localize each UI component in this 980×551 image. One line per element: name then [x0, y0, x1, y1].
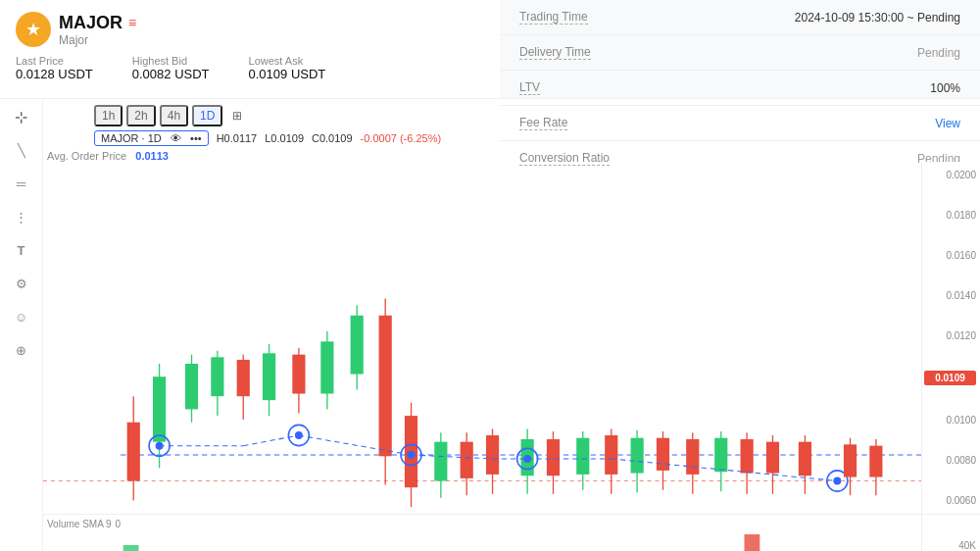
more-icon[interactable]: •••	[190, 132, 202, 144]
toolbar: ⊹ ╲ ═ ⋮ T ⚙ ☺ ⊕	[0, 99, 43, 551]
svg-rect-70	[844, 444, 857, 476]
svg-rect-3	[127, 423, 140, 481]
legend-c: C0.0109	[312, 132, 353, 144]
zoom-in-icon[interactable]: ⊕	[12, 340, 31, 360]
svg-rect-95	[744, 534, 760, 551]
volume-label: Volume SMA 9	[47, 519, 112, 529]
y-axis-value-7: 0.0080	[924, 455, 976, 466]
last-price-label: Last Price	[16, 55, 93, 67]
chart-section: ⊹ ╲ ═ ⋮ T ⚙ ☺ ⊕ 1h 2h 4h 1D ⊞ MAJOR · 1D	[0, 98, 980, 551]
y-axis-value-3: 0.0160	[924, 250, 976, 261]
avg-label: Avg. Order Price	[47, 150, 126, 162]
token-name: MAJOR	[59, 13, 122, 33]
trend-line-icon[interactable]: ╲	[12, 140, 31, 160]
header-wrapper: ★ MAJOR ≡ Major Last Price 0.0128 USDT H…	[0, 0, 980, 98]
last-price-value: 0.0128 USDT	[16, 67, 93, 81]
svg-rect-34	[434, 442, 447, 481]
svg-rect-73	[123, 545, 139, 551]
price-tag-container: 0.0109	[924, 371, 976, 385]
avg-value: 0.0113	[135, 150, 169, 162]
svg-rect-72	[869, 446, 882, 477]
svg-line-32	[299, 435, 412, 455]
legend-change: -0.0007 (-6.25%)	[361, 132, 442, 144]
highest-bid-value: 0.0082 USDT	[132, 67, 210, 81]
svg-rect-57	[686, 439, 699, 475]
price-row: Last Price 0.0128 USDT Highest Bid 0.008…	[16, 55, 484, 81]
crosshair-icon[interactable]: ⊹	[12, 107, 31, 126]
svg-rect-53	[631, 438, 644, 474]
highest-bid-label: Highest Bid	[132, 55, 210, 67]
svg-rect-27	[379, 316, 392, 457]
legend-l: L0.0109	[265, 132, 304, 144]
more-tools-icon[interactable]: ⋮	[12, 207, 31, 226]
trading-time-label: Trading Time	[519, 10, 588, 25]
chart-legend: MAJOR · 1D 👁 ••• H0.0117 L0.0109 C0.0109…	[43, 126, 980, 150]
vol-y-2: 40K	[926, 540, 976, 551]
volume-svg	[43, 515, 921, 551]
trading-time-row: Trading Time 2024-10-09 15:30:00 ~ Pendi…	[500, 0, 980, 35]
svg-rect-59	[714, 438, 727, 473]
grid-view-icon[interactable]: ⊞	[226, 107, 248, 125]
svg-rect-48	[576, 438, 589, 475]
eye-icon[interactable]: 👁	[171, 132, 181, 144]
svg-rect-63	[766, 442, 779, 474]
y-axis-value-1: 0.0200	[924, 170, 976, 180]
delivery-time-row: Delivery Time Pending	[500, 35, 980, 71]
volume-y-axis: 40K 20K	[921, 515, 980, 551]
y-axis-value-4: 0.0140	[924, 290, 976, 301]
time-btn-2h[interactable]: 2h	[126, 105, 155, 126]
candle-chart-wrapper: 0.0200 0.0180 0.0160 0.0140 0.0120 0.010…	[43, 162, 980, 514]
svg-rect-38	[486, 435, 499, 475]
avg-order-price-row: Avg. Order Price 0.0113	[43, 150, 980, 162]
candle-chart[interactable]	[43, 162, 921, 514]
token-subtitle: Major	[59, 33, 136, 47]
right-panel: Trading Time 2024-10-09 15:30:00 ~ Pendi…	[500, 0, 980, 98]
logo-area: ★ MAJOR ≡ Major	[16, 12, 484, 47]
legend-h: H0.0117	[217, 132, 258, 144]
svg-rect-23	[320, 341, 333, 393]
legend-symbol: MAJOR · 1D 👁 •••	[94, 130, 209, 146]
volume-section: Volume SMA 9 0	[43, 514, 980, 551]
chart-area: 1h 2h 4h 1D ⊞ MAJOR · 1D 👁 ••• H0.0117 L…	[43, 99, 980, 551]
token-info: MAJOR ≡ Major	[59, 13, 136, 47]
svg-rect-50	[605, 435, 617, 475]
svg-rect-11	[237, 360, 250, 396]
token-logo: ★	[16, 12, 51, 47]
svg-line-39	[412, 455, 493, 459]
y-axis-value-5: 0.0120	[924, 330, 976, 341]
token-menu-icon[interactable]: ≡	[128, 15, 136, 30]
delivery-time-label: Delivery Time	[519, 45, 591, 60]
svg-rect-5	[153, 376, 166, 441]
highest-bid-item: Highest Bid 0.0082 USDT	[132, 55, 210, 81]
text-tool-icon[interactable]: T	[12, 240, 31, 260]
ltv-label: LTV	[519, 80, 540, 95]
price-tag: 0.0109	[924, 371, 976, 385]
svg-rect-18	[292, 355, 305, 394]
y-axis-value-6: 0.0100	[924, 415, 976, 426]
left-header: ★ MAJOR ≡ Major Last Price 0.0128 USDT H…	[0, 0, 500, 98]
y-axis-value-2: 0.0180	[924, 210, 976, 221]
lowest-ask-item: Lowest Ask 0.0109 USDT	[249, 55, 326, 81]
emoji-icon[interactable]: ☺	[12, 307, 31, 326]
svg-rect-7	[185, 364, 198, 410]
time-btn-1h[interactable]: 1h	[94, 105, 122, 126]
trading-time-value: 2024-10-09 15:30:00 ~ Pending	[795, 11, 960, 25]
time-btn-1d[interactable]: 1D	[192, 105, 222, 126]
lowest-ask-value: 0.0109 USDT	[249, 67, 326, 81]
svg-rect-36	[461, 442, 473, 478]
svg-rect-61	[741, 439, 754, 474]
svg-rect-25	[351, 316, 364, 375]
ltv-value: 100%	[930, 81, 960, 95]
measure-icon[interactable]: ⚙	[12, 274, 31, 293]
y-axis: 0.0200 0.0180 0.0160 0.0140 0.0120 0.010…	[921, 162, 980, 514]
time-btn-4h[interactable]: 4h	[160, 105, 188, 126]
horizontal-line-icon[interactable]: ═	[12, 174, 31, 193]
svg-rect-46	[547, 439, 560, 476]
volume-value: 0	[116, 519, 122, 529]
delivery-time-value: Pending	[917, 46, 960, 60]
time-controls: 1h 2h 4h 1D ⊞	[43, 99, 980, 126]
svg-rect-16	[263, 353, 275, 400]
svg-rect-9	[211, 357, 223, 396]
main-container: ★ MAJOR ≡ Major Last Price 0.0128 USDT H…	[0, 0, 980, 551]
last-price-item: Last Price 0.0128 USDT	[16, 55, 93, 81]
